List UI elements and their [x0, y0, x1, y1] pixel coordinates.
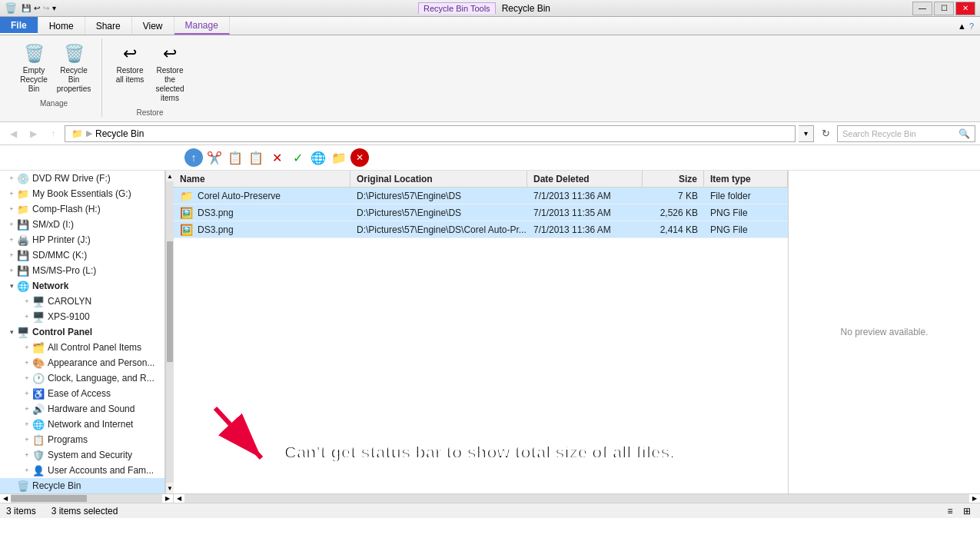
collapse-ribbon-icon[interactable]: ▲ — [958, 22, 966, 31]
restore-selected-button[interactable]: ↩ Restore the selected items — [151, 38, 188, 106]
tool-icon-2[interactable]: 📋 — [226, 148, 244, 167]
view-controls: ≡ ⊞ — [943, 504, 974, 518]
file-size-1: 2,526 KB — [643, 208, 704, 218]
help-icon[interactable]: ? — [969, 22, 974, 31]
close-button[interactable]: ✕ — [955, 2, 975, 15]
network-icon: 🌐 — [17, 280, 29, 292]
sidebar-item-sdmmc[interactable]: + 💾 SD/MMC (K:) — [0, 247, 164, 263]
tab-view[interactable]: View — [132, 17, 174, 35]
sidebar-item-programs[interactable]: + 📋 Programs — [0, 432, 164, 447]
sidebar-label-user: User Accounts and Fam... — [48, 465, 154, 476]
back-button[interactable]: ◀ — [5, 125, 22, 142]
tool-icon-1[interactable]: ✂️ — [205, 148, 224, 167]
preview-text: No preview available. — [840, 327, 928, 337]
window-controls: — ☐ ✕ — [912, 2, 975, 15]
file-row-2[interactable]: 🖼️ DS3.png D:\Pictures\57\Engine\DS\Core… — [174, 221, 788, 238]
sidebar-item-network-internet[interactable]: + 🌐 Network and Internet — [0, 417, 164, 432]
maximize-button[interactable]: ☐ — [934, 2, 954, 15]
scroll-up-btn[interactable]: ▲ — [166, 171, 174, 181]
expand-icon: + — [22, 467, 32, 474]
sidebar-item-hardware[interactable]: + 🔊 Hardware and Sound — [0, 401, 164, 417]
tab-home[interactable]: Home — [38, 17, 85, 35]
up-button[interactable]: ↑ — [45, 125, 61, 142]
hscroll-right-btn[interactable]: ▶ — [162, 494, 173, 503]
file-name-2: 🖼️ DS3.png — [174, 224, 350, 236]
tab-share[interactable]: Share — [85, 17, 132, 35]
compflash-icon: 📁 — [17, 203, 29, 215]
sidebar-item-carolyn[interactable]: + 🖥️ CAROLYN — [0, 294, 164, 309]
sidebar-item-appearance[interactable]: + 🎨 Appearance and Person... — [0, 355, 164, 370]
app-icon: 🗑️ — [5, 2, 17, 14]
fl-hscroll-right[interactable]: ▶ — [969, 494, 980, 503]
address-bar: ◀ ▶ ↑ 📁 ▶ Recycle Bin ▾ ↻ Search Recycle… — [0, 122, 980, 145]
expand-icon-network: ▾ — [6, 282, 17, 290]
undo-icon[interactable]: ↩ — [34, 4, 40, 12]
tool-icon-5[interactable]: ✓ — [288, 148, 307, 167]
hscroll-left-btn[interactable]: ◀ — [0, 494, 11, 503]
tool-icon-0[interactable]: ↑ — [184, 148, 203, 167]
sidebar-item-user[interactable]: + 👤 User Accounts and Fam... — [0, 463, 164, 478]
save-icon[interactable]: 💾 — [22, 4, 31, 12]
recycle-bin-properties-button[interactable]: 🗑️ Recycle Bin properties — [55, 38, 92, 97]
sidebar-item-hp[interactable]: + 🖨️ HP Printer (J:) — [0, 232, 164, 247]
search-box[interactable]: Search Recycle Bin 🔍 — [837, 125, 975, 142]
scroll-thumb — [167, 241, 173, 362]
fl-hscroll-left[interactable]: ◀ — [174, 494, 184, 503]
fl-hscroll-track[interactable] — [184, 494, 969, 503]
tab-file[interactable]: File — [0, 17, 38, 35]
sidebar-item-compflash[interactable]: + 📁 Comp-Flash (H:) — [0, 201, 164, 217]
expand-icon: + — [22, 313, 32, 321]
redo-icon[interactable]: ↪ — [43, 4, 49, 12]
hscroll-thumb-sidebar — [11, 495, 87, 502]
hardware-icon: 🔊 — [32, 403, 45, 415]
tool-icon-6[interactable]: 🌐 — [309, 148, 327, 167]
tool-icon-7[interactable]: 📁 — [330, 148, 348, 167]
sidebar-item-smxd[interactable]: + 💾 SM/xD (I:) — [0, 217, 164, 232]
address-field[interactable]: 📁 ▶ Recycle Bin — [65, 125, 796, 142]
restore-all-button[interactable]: ↩ Restore all items — [111, 38, 148, 88]
address-dropdown[interactable]: ▾ — [799, 125, 814, 142]
scroll-track[interactable] — [166, 181, 174, 483]
expand-icon: + — [22, 436, 32, 443]
sidebar-item-mybook[interactable]: + 📁 My Book Essentials (G:) — [0, 186, 164, 201]
file-date-2: 7/1/2013 11:36 AM — [527, 224, 643, 235]
sidebar-item-ease[interactable]: + ♿ Ease of Access — [0, 386, 164, 401]
sidebar-item-allcp[interactable]: + 🗂️ All Control Panel Items — [0, 340, 164, 355]
refresh-button[interactable]: ↻ — [817, 125, 834, 142]
col-location[interactable]: Original Location — [350, 171, 527, 187]
file-type-2: PNG File — [704, 224, 788, 235]
mspro-icon: 💾 — [17, 264, 29, 277]
col-name[interactable]: Name — [174, 171, 350, 187]
col-date[interactable]: Date Deleted — [527, 171, 643, 187]
sidebar-item-network[interactable]: ▾ 🌐 Network — [0, 278, 164, 294]
sidebar-item-clock[interactable]: + 🕐 Clock, Language, and R... — [0, 370, 164, 386]
net-internet-icon: 🌐 — [32, 418, 45, 430]
file-row-1[interactable]: 🖼️ DS3.png D:\Pictures\57\Engine\DS 7/1/… — [174, 204, 788, 221]
col-type[interactable]: Item type — [704, 171, 788, 187]
tool-icon-3[interactable]: 📋 — [247, 148, 265, 167]
file-row-0[interactable]: 📁 Corel Auto-Preserve D:\Pictures\57\Eng… — [174, 188, 788, 204]
scroll-down-btn[interactable]: ▼ — [166, 483, 174, 493]
tool-icon-4[interactable]: ✕ — [267, 148, 286, 167]
large-icons-btn[interactable]: ⊞ — [960, 504, 974, 518]
minimize-button[interactable]: — — [912, 2, 932, 15]
empty-recycle-bin-button[interactable]: 🗑️ Empty Recycle Bin — [15, 38, 52, 97]
sidebar-item-dvd[interactable]: + 💿 DVD RW Drive (F:) — [0, 171, 164, 186]
details-view-btn[interactable]: ≡ — [943, 504, 957, 518]
sidebar-label-hardware: Hardware and Sound — [48, 404, 135, 414]
sidebar-item-control-panel[interactable]: ▾ 🖥️ Control Panel — [0, 324, 164, 340]
sidebar-item-system[interactable]: + 🛡️ System and Security — [0, 447, 164, 463]
col-size[interactable]: Size — [643, 171, 704, 187]
file-date-0: 7/1/2013 11:36 AM — [527, 191, 643, 201]
sidebar-label-compflash: Comp-Flash (H:) — [32, 204, 101, 214]
file-type-0: File folder — [704, 191, 788, 201]
forward-button[interactable]: ▶ — [25, 125, 42, 142]
sidebar-item-recycle-bin[interactable]: 🗑️ Recycle Bin — [0, 478, 164, 493]
hscroll-track-sidebar[interactable] — [11, 494, 162, 503]
mybook-icon: 📁 — [17, 188, 29, 200]
sidebar-item-xps[interactable]: + 🖥️ XPS-9100 — [0, 309, 164, 324]
sidebar-item-mspro[interactable]: + 💾 MS/MS-Pro (L:) — [0, 263, 164, 278]
tool-icon-8[interactable]: ✕ — [350, 148, 369, 167]
sidebar-scrollbar[interactable]: ▲ ▼ — [165, 171, 174, 493]
tab-manage[interactable]: Manage — [174, 17, 230, 35]
